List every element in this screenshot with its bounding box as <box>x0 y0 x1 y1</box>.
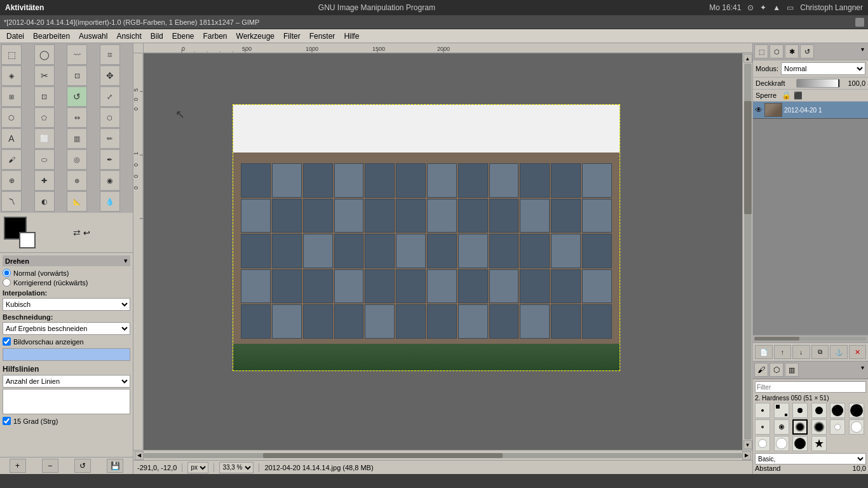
scroll-down-arrow[interactable]: ▼ <box>743 440 752 449</box>
tool-rect-select[interactable]: ⬚ <box>1 44 22 65</box>
patterns-tab[interactable]: ⬡ <box>770 363 783 377</box>
tool-free-select[interactable]: 〰 <box>67 44 87 65</box>
tool-scissors[interactable]: ✂ <box>34 65 55 86</box>
brush-item-16[interactable]: ★ <box>811 436 827 451</box>
background-color[interactable] <box>19 232 36 248</box>
mode-normal-radio[interactable]: Normal (vorwärts) <box>3 269 130 277</box>
mode-backward-input[interactable] <box>3 278 11 287</box>
user-label[interactable]: Christoph Langner <box>800 3 863 12</box>
brushes-panel-menu[interactable]: ▾ <box>858 363 867 372</box>
brush-item-3[interactable] <box>792 403 808 418</box>
layer-up-button[interactable]: ↑ <box>774 345 792 359</box>
tool-scale[interactable]: ⤢ <box>100 86 120 107</box>
layer-visibility-icon[interactable]: 👁 <box>755 105 763 114</box>
vscroll-track[interactable] <box>744 64 752 440</box>
history-tab-icon[interactable]: ↺ <box>800 44 814 58</box>
tool-paintbrush[interactable]: 🖌 <box>1 149 22 170</box>
close-button[interactable] <box>855 18 864 27</box>
tool-crop[interactable]: ⊡ <box>34 86 55 107</box>
brush-filter-input[interactable] <box>755 381 866 393</box>
tool-blur-sharpen[interactable]: ◉ <box>100 170 120 191</box>
interpolation-select[interactable]: Kubisch <box>3 298 130 311</box>
new-layer-button[interactable]: 📄 <box>755 345 773 359</box>
tool-fuzzy-select[interactable]: ⌗ <box>100 44 120 65</box>
brush-item-7[interactable] <box>755 419 770 435</box>
menu-werkzeuge[interactable]: Werkzeuge <box>233 30 278 42</box>
layers-tab-icon[interactable]: ⬚ <box>754 44 768 58</box>
brush-item-4[interactable] <box>811 403 827 418</box>
tool-text[interactable]: A <box>1 128 22 149</box>
menu-bild[interactable]: Bild <box>147 30 167 42</box>
vscroll-thumb[interactable] <box>744 101 752 214</box>
tool-preset-delete[interactable]: − <box>42 459 58 473</box>
hscroll-track[interactable] <box>144 453 742 458</box>
degree-checkbox[interactable] <box>3 417 11 425</box>
tool-options-collapse[interactable]: ▾ <box>124 257 128 265</box>
menu-datei[interactable]: Datei <box>3 30 28 42</box>
preview-checkbox[interactable] <box>3 337 11 346</box>
opacity-slider[interactable] <box>796 79 840 88</box>
panel-menu-icon[interactable]: ▾ <box>858 44 867 53</box>
reset-colors-icon[interactable]: ↩ <box>83 228 90 238</box>
tool-measure[interactable]: 📐 <box>67 191 87 212</box>
tool-rotate[interactable]: ↺ <box>67 86 87 107</box>
tool-shear[interactable]: ⬡ <box>1 107 22 128</box>
hilfslinien-select[interactable]: Anzahl der Linien <box>3 375 130 388</box>
layer-hscroll[interactable] <box>753 335 868 342</box>
tool-bucket-fill[interactable]: ⬜ <box>34 128 55 149</box>
clipping-select[interactable]: Auf Ergebnis beschneiden <box>3 322 130 335</box>
activities-label[interactable]: Aktivitäten <box>5 3 44 12</box>
tool-eraser[interactable]: ⬭ <box>34 149 55 170</box>
zoom-select[interactable]: 33,3 % <box>219 462 254 473</box>
menu-auswahl[interactable]: Auswahl <box>75 30 111 42</box>
scroll-left-arrow[interactable]: ◀ <box>135 451 144 460</box>
tool-smudge[interactable]: 〽 <box>1 191 22 212</box>
brushes-tab[interactable]: 🖌 <box>754 363 768 377</box>
tool-airbrush[interactable]: ◎ <box>67 149 87 170</box>
brush-item-2[interactable] <box>774 403 789 418</box>
menu-bearbeiten[interactable]: Bearbeiten <box>29 30 74 42</box>
tool-dodge-burn[interactable]: ◐ <box>34 191 55 212</box>
tool-ink[interactable]: ✒ <box>100 149 120 170</box>
brush-item-8[interactable] <box>774 419 789 435</box>
brush-item-13[interactable] <box>755 436 770 451</box>
tool-heal[interactable]: ✚ <box>34 170 55 191</box>
tool-foreground-select[interactable]: ⊡ <box>67 65 87 86</box>
menu-ebene[interactable]: Ebene <box>168 30 198 42</box>
scroll-right-arrow[interactable]: ▶ <box>742 451 751 460</box>
duplicate-layer-button[interactable]: ⧉ <box>811 345 829 359</box>
tool-preset-save[interactable]: 💾 <box>107 459 123 473</box>
brush-item-6[interactable] <box>849 403 864 418</box>
delete-layer-button[interactable]: ✕ <box>849 345 867 359</box>
brush-item-9[interactable] <box>792 419 808 435</box>
menu-hilfe[interactable]: Hilfe <box>340 30 363 42</box>
tool-blend[interactable]: ▥ <box>67 128 87 149</box>
tool-align[interactable]: ⊞ <box>1 86 22 107</box>
opacity-input[interactable]: Bilddeckkraft <box>3 348 130 361</box>
lock-position-icon[interactable]: ⬛ <box>794 92 803 100</box>
brush-item-12[interactable] <box>849 419 864 435</box>
tool-clone[interactable]: ⊕ <box>1 170 22 191</box>
unit-select[interactable]: px <box>187 462 208 473</box>
paths-tab-icon[interactable]: ✱ <box>785 44 799 58</box>
menu-farben[interactable]: Farben <box>200 30 231 42</box>
brush-item-10[interactable] <box>811 419 827 435</box>
tool-flip[interactable]: ⇔ <box>67 107 87 128</box>
scroll-up-arrow[interactable]: ▲ <box>743 54 752 63</box>
tool-preset-refresh[interactable]: ↺ <box>74 459 91 473</box>
channels-tab-icon[interactable]: ⬡ <box>770 44 783 58</box>
vertical-scrollbar[interactable]: ▲ ▼ <box>742 53 752 450</box>
tool-pencil[interactable]: ✏ <box>100 128 120 149</box>
tool-move[interactable]: ✥ <box>100 65 120 86</box>
brush-item-15[interactable] <box>792 436 808 451</box>
menu-ansicht[interactable]: Ansicht <box>112 30 145 42</box>
tool-cage-transform[interactable]: ⬡ <box>100 107 120 128</box>
gradients-tab[interactable]: ▥ <box>785 363 799 377</box>
brush-category-select[interactable]: Basic, <box>755 453 866 464</box>
tool-perspective[interactable]: ⬠ <box>34 107 55 128</box>
mode-select[interactable]: Normal <box>781 62 865 75</box>
mode-normal-input[interactable] <box>3 269 11 277</box>
preview-checkbox-row[interactable]: Bildvorschau anzeigen <box>3 337 130 346</box>
tool-by-color[interactable]: ◈ <box>1 65 22 86</box>
canvas-viewport[interactable]: ↖ <box>144 53 742 450</box>
